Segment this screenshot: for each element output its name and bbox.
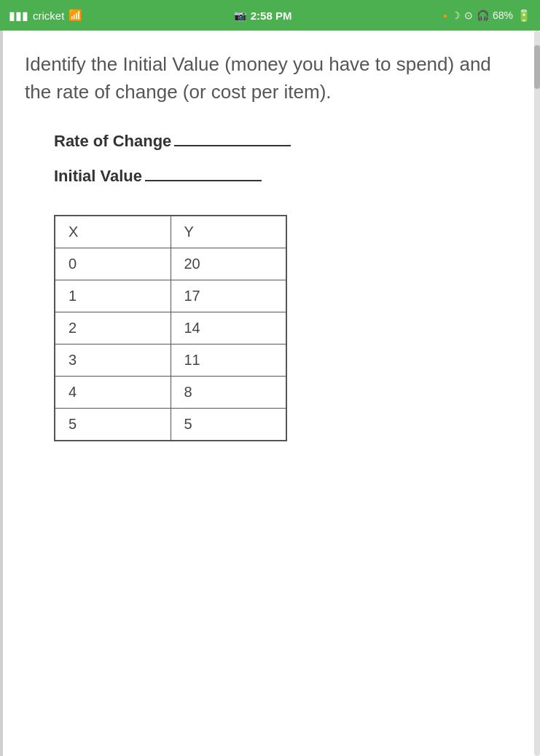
- battery-percentage: 68%: [493, 9, 513, 21]
- fill-in-section: Rate of Change Initial Value: [25, 132, 518, 186]
- content-area: Identify the Initial Value (money you ha…: [0, 31, 540, 756]
- signal-icon: ▮▮▮: [9, 9, 28, 23]
- battery-icon: 🔋: [517, 9, 531, 23]
- table-row: 311: [55, 344, 286, 377]
- cell-x: 5: [55, 409, 171, 441]
- question-text: Identify the Initial Value (money you ha…: [25, 51, 518, 106]
- status-bar-left: ▮▮▮ cricket 📶: [9, 9, 82, 23]
- rate-of-change-label: Rate of Change: [54, 132, 171, 151]
- status-bar: ▮▮▮ cricket 📶 📷 2:58 PM ● ☽ ⊙ 🎧 68% 🔋: [0, 0, 540, 31]
- table-row: 020: [55, 248, 286, 280]
- moon-icon: ☽: [451, 9, 461, 21]
- carrier-name: cricket: [33, 9, 64, 22]
- table-container: X Y 0201172143114855: [25, 215, 518, 441]
- headphone-icon: 🎧: [477, 9, 489, 21]
- table-row: 214: [55, 312, 286, 344]
- cell-y: 8: [171, 377, 286, 409]
- table-row: 55: [55, 409, 286, 441]
- wifi-icon: 📶: [69, 9, 82, 22]
- cell-y: 5: [171, 409, 286, 441]
- cell-y: 14: [171, 312, 286, 344]
- rate-of-change-input-line[interactable]: [174, 145, 291, 146]
- initial-value-label: Initial Value: [54, 167, 142, 186]
- dot-icon: ●: [443, 12, 447, 20]
- status-bar-center: 📷 2:58 PM: [234, 9, 292, 22]
- cell-x: 2: [55, 312, 171, 344]
- main-content: Identify the Initial Value (money you ha…: [3, 31, 540, 756]
- col-header-x: X: [55, 216, 171, 248]
- status-bar-right: ● ☽ ⊙ 🎧 68% 🔋: [443, 9, 531, 23]
- cell-x: 0: [55, 248, 171, 280]
- table-header-row: X Y: [55, 216, 286, 248]
- cell-y: 11: [171, 344, 286, 377]
- scrollbar[interactable]: [534, 31, 540, 756]
- data-table: X Y 0201172143114855: [54, 215, 287, 441]
- table-row: 48: [55, 377, 286, 409]
- scroll-thumb[interactable]: [534, 45, 540, 89]
- at-icon: ⊙: [464, 9, 473, 21]
- cell-x: 4: [55, 377, 171, 409]
- cell-x: 1: [55, 280, 171, 312]
- initial-value-row: Initial Value: [54, 167, 518, 186]
- col-header-y: Y: [171, 216, 286, 248]
- cell-y: 20: [171, 248, 286, 280]
- initial-value-input-line[interactable]: [145, 180, 262, 181]
- camera-icon: 📷: [234, 9, 246, 21]
- time-display: 2:58 PM: [251, 9, 292, 22]
- rate-of-change-row: Rate of Change: [54, 132, 518, 151]
- cell-y: 17: [171, 280, 286, 312]
- cell-x: 3: [55, 344, 171, 377]
- table-row: 117: [55, 280, 286, 312]
